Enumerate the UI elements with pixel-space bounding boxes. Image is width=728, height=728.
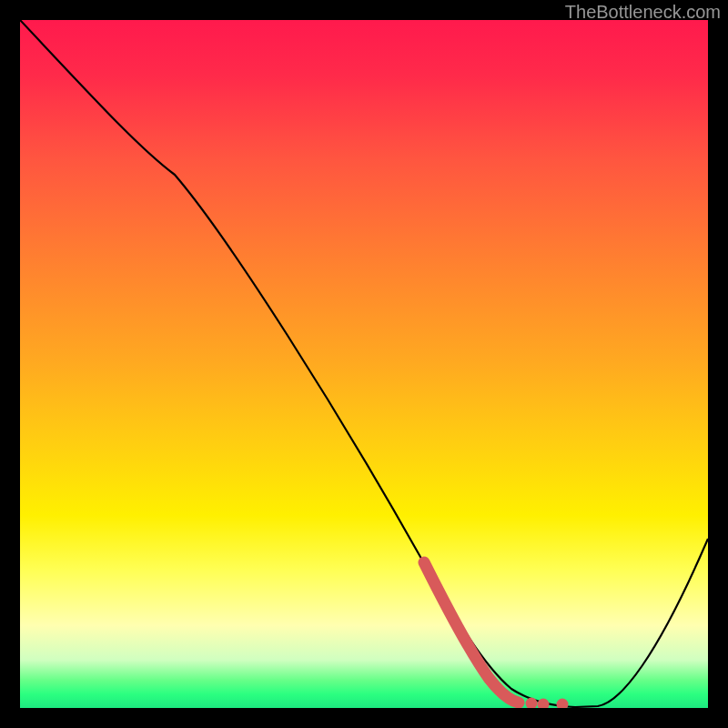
attribution-label: TheBottleneck.com <box>565 2 721 23</box>
chart-container: TheBottleneck.com <box>0 0 728 728</box>
plot-gradient-background <box>20 20 708 708</box>
